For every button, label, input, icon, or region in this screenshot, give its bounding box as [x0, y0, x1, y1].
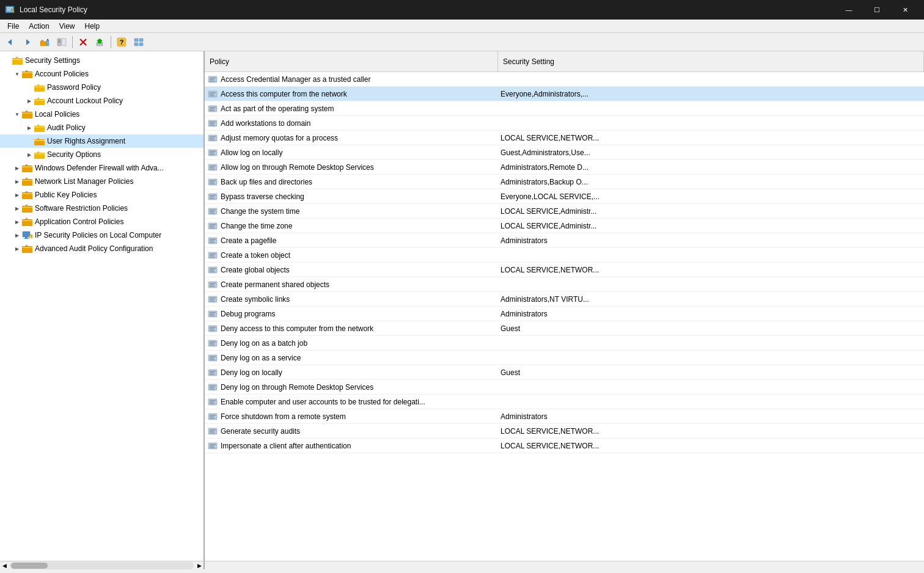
expander-application-control[interactable]: ▶	[12, 217, 22, 227]
expander-ip-security[interactable]: ▶	[12, 230, 22, 240]
list-row[interactable]: Impersonate a client after authenticatio…	[205, 439, 924, 453]
list-row[interactable]: Access Credential Manager as a trusted c…	[205, 72, 924, 87]
maximize-button[interactable]: ☐	[863, 0, 891, 20]
list-row[interactable]: Allow log on locallyGuest,Administrators…	[205, 145, 924, 160]
list-row[interactable]: Adjust memory quotas for a processLOCAL …	[205, 131, 924, 145]
view-button[interactable]	[131, 35, 147, 49]
minimize-button[interactable]: —	[835, 0, 863, 20]
list-row[interactable]: Force shutdown from a remote systemAdmin…	[205, 409, 924, 424]
list-row[interactable]: Create a token object	[205, 248, 924, 263]
expander-local-policies[interactable]: ▼	[12, 109, 22, 119]
tree-item-password-policy[interactable]: Password Policy	[0, 81, 204, 94]
svg-rect-92	[210, 166, 216, 167]
tree-item-account-policies[interactable]: ▼ Account Policies	[0, 67, 204, 81]
policy-text: Impersonate a client after authenticatio…	[221, 442, 351, 450]
hscroll-track[interactable]	[10, 562, 194, 569]
list-body[interactable]: Access Credential Manager as a trusted c…	[205, 72, 924, 561]
tree-item-local-policies[interactable]: ▼ Local Policies	[0, 108, 204, 121]
list-row[interactable]: Change the time zoneLOCAL SERVICE,Admini…	[205, 219, 924, 233]
expander-advanced-audit[interactable]: ▶	[12, 244, 22, 254]
header-policy[interactable]: Policy	[205, 51, 498, 71]
list-row[interactable]: Debug programsAdministrators	[205, 307, 924, 321]
setting-cell: Administrators,Remote D...	[498, 163, 924, 172]
expander-public-key-policies[interactable]: ▶	[12, 190, 22, 200]
policy-text: Deny log on as a service	[221, 354, 301, 362]
tree-item-network-list-manager[interactable]: ▶ Network List Manager Policies	[0, 175, 204, 188]
list-row[interactable]: Create global objectsLOCAL SERVICE,NETWO…	[205, 263, 924, 277]
back-button[interactable]	[2, 35, 18, 49]
show-hide-tree-button[interactable]	[54, 35, 70, 49]
expander-password-policy[interactable]	[24, 82, 34, 92]
tree-item-advanced-audit[interactable]: ▶ Advanced Audit Policy Configuration	[0, 242, 204, 255]
expander-account-lockout-policy[interactable]: ▶	[24, 96, 34, 106]
expander-user-rights-assignment[interactable]	[24, 136, 34, 146]
expander-audit-policy[interactable]: ▶	[24, 123, 34, 133]
list-row[interactable]: Deny log on locallyGuest	[205, 365, 924, 380]
tree-item-software-restriction[interactable]: ▶ Software Restriction Policies	[0, 202, 204, 215]
svg-rect-116	[210, 254, 216, 255]
header-security-setting[interactable]: Security Setting	[498, 51, 924, 71]
tree-item-public-key-policies[interactable]: ▶ Public Key Policies	[0, 188, 204, 202]
close-button[interactable]: ✕	[891, 0, 919, 20]
tree-panel[interactable]: Security Settings ▼ Account Policies	[0, 51, 205, 561]
list-row[interactable]: Change the system timeLOCAL SERVICE,Admi…	[205, 204, 924, 219]
svg-rect-8	[46, 40, 49, 46]
tree-item-user-rights-assignment[interactable]: User Rights Assignment	[0, 134, 204, 148]
list-row[interactable]: Access this computer from the networkEve…	[205, 87, 924, 101]
expander-security-options[interactable]: ▶	[24, 150, 34, 159]
svg-rect-1	[7, 7, 13, 9]
list-row[interactable]: Enable computer and user accounts to be …	[205, 395, 924, 409]
svg-rect-132	[210, 312, 216, 313]
expander-network-list-manager[interactable]: ▶	[12, 177, 22, 186]
expander-software-restriction[interactable]: ▶	[12, 203, 22, 213]
list-row[interactable]: Deny log on as a service	[205, 351, 924, 365]
hscroll-right-btn[interactable]: ▶	[195, 561, 204, 570]
svg-rect-66	[22, 247, 32, 248]
tree-item-security-settings[interactable]: Security Settings	[0, 54, 204, 67]
tree-item-security-options[interactable]: ▶ Security Options	[0, 148, 204, 161]
menu-file[interactable]: File	[2, 21, 24, 32]
expander-security-settings[interactable]	[2, 56, 12, 65]
window-controls: — ☐ ✕	[835, 0, 919, 20]
list-row[interactable]: Create a pagefileAdministrators	[205, 233, 924, 248]
svg-rect-106	[210, 213, 215, 214]
forward-button[interactable]	[20, 35, 35, 49]
tree-item-audit-policy[interactable]: ▶ Audit Policy	[0, 121, 204, 134]
policy-cell: Back up files and directories	[205, 177, 498, 187]
list-row[interactable]: Allow log on through Remote Desktop Serv…	[205, 160, 924, 175]
help-button[interactable]: ?	[114, 35, 130, 49]
up-folder-button[interactable]	[37, 35, 53, 49]
tree-item-windows-defender-firewall[interactable]: ▶ Windows Defender Firewall with Adva...	[0, 161, 204, 175]
delete-button[interactable]	[75, 35, 91, 49]
list-row[interactable]: Back up files and directoriesAdministrat…	[205, 175, 924, 189]
tree-item-ip-security[interactable]: ▶ S IP Security Policies on Local Comput…	[0, 228, 204, 242]
list-row[interactable]: Generate security auditsLOCAL SERVICE,NE…	[205, 424, 924, 439]
list-row[interactable]: Create symbolic linksAdministrators,NT V…	[205, 292, 924, 307]
menu-view[interactable]: View	[54, 21, 80, 32]
svg-marker-9	[46, 38, 49, 40]
menu-help[interactable]: Help	[80, 21, 105, 32]
hscroll-thumb[interactable]	[11, 563, 48, 569]
tree-hscroll[interactable]: ◀ ▶	[0, 561, 205, 569]
list-row[interactable]: Bypass traverse checkingEveryone,LOCAL S…	[205, 189, 924, 204]
svg-rect-102	[210, 198, 215, 199]
list-row[interactable]: Deny log on as a batch job	[205, 336, 924, 351]
list-row[interactable]: Deny log on through Remote Desktop Servi…	[205, 380, 924, 395]
tree-label-account-policies: Account Policies	[35, 70, 89, 78]
list-row[interactable]: Act as part of the operating system	[205, 101, 924, 116]
list-row[interactable]: Deny access to this computer from the ne…	[205, 321, 924, 336]
menu-action[interactable]: Action	[24, 21, 54, 32]
svg-rect-112	[210, 239, 216, 240]
hscroll-left-btn[interactable]: ◀	[0, 561, 9, 570]
tree-item-account-lockout-policy[interactable]: ▶ Account Lockout Policy	[0, 94, 204, 108]
tree-item-application-control[interactable]: ▶ Application Control Policies	[0, 215, 204, 228]
export-button[interactable]	[92, 35, 108, 49]
svg-rect-118	[210, 257, 215, 258]
policy-cell: Deny log on through Remote Desktop Servi…	[205, 382, 498, 392]
setting-cell: Guest	[498, 324, 924, 333]
expander-account-policies[interactable]: ▼	[12, 69, 22, 79]
list-row[interactable]: Create permanent shared objects	[205, 277, 924, 292]
toolbar-separator-2	[111, 36, 111, 48]
expander-windows-defender-firewall[interactable]: ▶	[12, 163, 22, 173]
list-row[interactable]: Add workstations to domain	[205, 116, 924, 131]
